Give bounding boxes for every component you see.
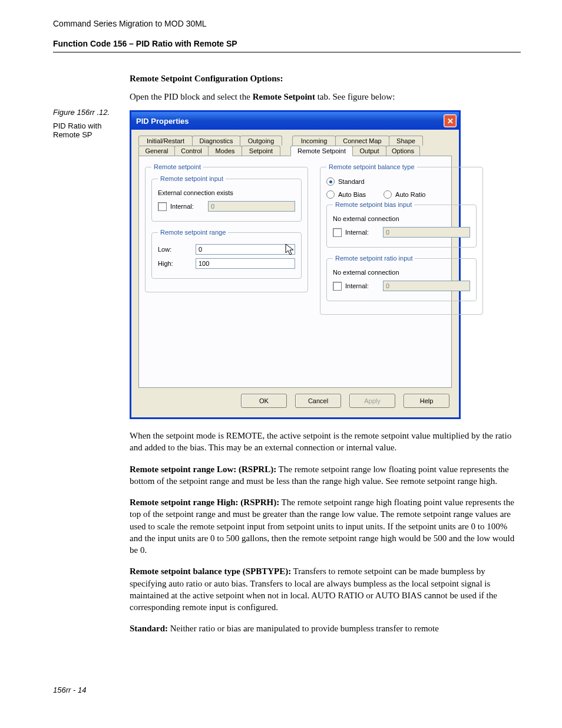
bias-noext-note: No external connection	[333, 215, 470, 222]
bias-legend: Remote setpoint bias input	[333, 201, 414, 208]
tab-output[interactable]: Output	[352, 146, 386, 156]
ratio-internal-input[interactable]	[383, 281, 470, 291]
cancel-button[interactable]: Cancel	[295, 394, 341, 408]
bias-internal-input[interactable]	[383, 227, 470, 238]
tab-options[interactable]: Options	[386, 146, 420, 156]
paragraph: Standard: Neither ratio or bias are mani…	[130, 622, 521, 634]
page-header: Command Series Migration to MOD 30ML	[53, 19, 521, 28]
radio-standard[interactable]: Standard	[326, 177, 477, 186]
radio-auto-ratio[interactable]: Auto Ratio	[384, 190, 425, 199]
internal-value-input[interactable]	[208, 201, 295, 212]
range-low-input[interactable]	[196, 244, 295, 255]
figure-label: Figure 156rr .12.	[53, 108, 130, 117]
rsi-legend: Remote setpoint input	[158, 175, 226, 182]
ratio-legend: Remote setpoint ratio input	[333, 255, 415, 262]
dialog-titlebar[interactable]: PID Properties ✕	[131, 112, 459, 130]
ratio-input-group: Remote setpoint ratio input No external …	[326, 255, 477, 301]
range-legend: Remote setpoint range	[158, 229, 228, 236]
balance-type-group: Remote setpoint balance type Standard Au…	[320, 163, 483, 315]
figure-caption: PID Ratio with Remote SP	[53, 121, 130, 139]
header-rule	[53, 52, 521, 52]
tab-general[interactable]: General	[138, 146, 175, 156]
dialog-title: PID Properties	[136, 117, 189, 126]
paragraph: When the setpoint mode is REMOTE, the ac…	[130, 430, 521, 454]
bias-internal-checkbox[interactable]	[333, 228, 342, 237]
tab-diagnostics[interactable]: Diagnostics	[192, 136, 240, 146]
tab-modes[interactable]: Modes	[208, 146, 242, 156]
tab-shape[interactable]: Shape	[389, 136, 423, 146]
ratio-noext-note: No external connection	[333, 269, 470, 276]
tab-initial-restart[interactable]: Initial/Restart	[138, 136, 193, 146]
pid-properties-dialog: PID Properties ✕ Initial/Restart Diagnos…	[130, 110, 461, 419]
help-button[interactable]: Help	[404, 394, 449, 408]
radio-dot-icon	[384, 190, 392, 199]
bias-input-group: Remote setpoint bias input No external c…	[326, 201, 477, 248]
paragraph: Remote setpoint range High: (RSPRH): The…	[130, 496, 521, 556]
tab-setpoint[interactable]: Setpoint	[242, 146, 280, 156]
radio-autoratio-label: Auto Ratio	[395, 191, 425, 198]
bias-internal-label: Internal:	[345, 229, 379, 236]
radio-dot-icon	[326, 177, 335, 186]
low-label: Low:	[158, 246, 192, 253]
tab-control[interactable]: Control	[174, 146, 209, 156]
balance-legend: Remote setpoint balance type	[326, 163, 417, 170]
remote-setpoint-legend: Remote setpoint	[151, 163, 203, 170]
remote-setpoint-group: Remote setpoint Remote setpoint input Ex…	[145, 163, 308, 292]
page-footer: 156rr - 14	[53, 686, 521, 694]
paragraph: Remote setpoint range Low: (RSPRL): The …	[130, 463, 521, 487]
high-label: High:	[158, 260, 192, 267]
close-icon[interactable]: ✕	[444, 114, 457, 127]
radio-auto-bias[interactable]: Auto Bias	[326, 190, 366, 199]
ratio-internal-label: Internal:	[345, 282, 379, 289]
tab-incoming[interactable]: Incoming	[292, 136, 336, 146]
section-title: Remote Setpoint Configuration Options:	[130, 74, 521, 84]
internal-checkbox[interactable]	[158, 202, 167, 211]
paragraph: Remote setpoint balance type (SPBTYPE): …	[130, 565, 521, 613]
apply-button[interactable]: Apply	[349, 394, 395, 408]
ratio-internal-checkbox[interactable]	[333, 282, 342, 291]
radio-autobias-label: Auto Bias	[338, 191, 366, 198]
radio-standard-label: Standard	[338, 178, 365, 185]
tab-outgoing[interactable]: Outgoing	[240, 136, 282, 146]
remote-setpoint-range-group: Remote setpoint range Low: High:	[151, 229, 302, 279]
intro-text: Open the PID block and select the Remote…	[130, 92, 521, 102]
tab-connect-map[interactable]: Connect Map	[335, 136, 389, 146]
external-connection-note: External connection exists	[158, 189, 295, 196]
remote-setpoint-input-group: Remote setpoint input External connectio…	[151, 175, 302, 222]
tab-strip: Initial/Restart Diagnostics Outgoing Inc…	[138, 136, 452, 156]
section-header: Function Code 156 – PID Ratio with Remot…	[53, 39, 521, 48]
tab-remote-setpoint[interactable]: Remote Setpoint	[290, 146, 353, 156]
range-high-input[interactable]	[196, 258, 295, 269]
ok-button[interactable]: OK	[241, 394, 287, 408]
internal-label: Internal:	[170, 203, 204, 210]
radio-dot-icon	[326, 190, 335, 199]
